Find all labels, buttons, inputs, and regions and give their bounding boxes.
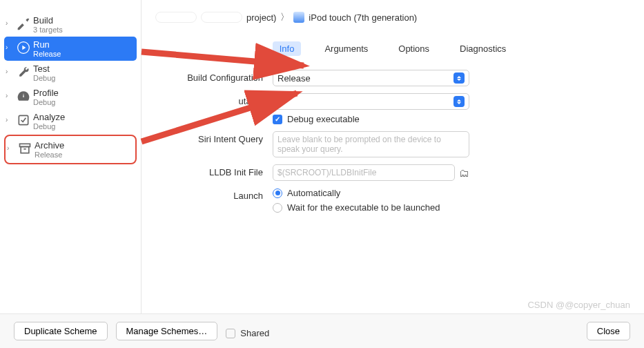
launch-wait-radio[interactable] — [273, 203, 282, 213]
launch-auto-radio[interactable] — [273, 188, 282, 198]
shared-checkbox[interactable] — [226, 329, 235, 338]
hammer-icon — [14, 17, 33, 30]
tab-options[interactable]: Options — [391, 41, 436, 56]
sidebar-item-sub: 3 targets — [33, 26, 63, 34]
archive-icon — [15, 142, 35, 155]
sidebar-item-sub: Debug — [33, 122, 65, 130]
folder-icon[interactable]: 🗂 — [459, 167, 469, 179]
build-config-select[interactable]: Release — [273, 70, 469, 86]
sidebar-item-test[interactable]: › Test Debug — [0, 61, 141, 85]
select-arrows-icon — [453, 72, 465, 84]
chevron-right-icon: › — [7, 144, 14, 152]
redacted-executable — [277, 97, 340, 106]
chevron-right-icon: › — [6, 44, 12, 51]
breadcrumb-device: iPod touch (7th generation) — [309, 12, 417, 23]
tab-bar: Info Arguments Options Diagnostics — [155, 41, 630, 56]
sidebar-item-profile[interactable]: › Profile Debug — [0, 85, 141, 109]
shared-label: Shared — [240, 328, 269, 338]
executable-label: utable — [239, 96, 263, 106]
scheme-sidebar: › Build 3 targets › Run Release › — [0, 0, 142, 313]
sidebar-item-label: Profile — [33, 88, 59, 98]
sidebar-item-sub: Debug — [33, 74, 55, 82]
wrench-icon — [14, 65, 33, 79]
sidebar-item-label: Test — [33, 64, 55, 74]
redacted-project-name — [201, 12, 242, 23]
chevron-right-icon: › — [6, 116, 12, 124]
launch-label: Launch — [169, 188, 273, 201]
play-icon — [14, 41, 33, 55]
tab-arguments[interactable]: Arguments — [318, 41, 375, 56]
sidebar-item-sub: Release — [35, 151, 64, 159]
siri-label: Siri Intent Query — [169, 131, 273, 144]
debug-executable-checkbox[interactable] — [273, 115, 282, 124]
sidebar-item-run[interactable]: › Run Release — [4, 37, 137, 61]
launch-wait-label: Wait for the executable to be launched — [287, 202, 440, 213]
duplicate-scheme-button[interactable]: Duplicate Scheme — [14, 322, 108, 340]
sidebar-item-label: Build — [33, 15, 63, 26]
device-icon — [293, 12, 304, 23]
debug-executable-label: Debug executable — [287, 114, 360, 124]
watermark: CSDN @@copyer_chuan — [527, 300, 630, 310]
footer-bar: Duplicate Scheme Manage Schemes… Shared … — [0, 313, 644, 348]
redacted-project-name — [155, 12, 197, 23]
analyze-icon — [14, 113, 33, 127]
lldb-init-input[interactable]: $(SRCROOT)/LLDBInitFile — [273, 164, 455, 181]
build-config-label: Build Configuration — [169, 70, 273, 83]
build-config-value: Release — [277, 73, 311, 84]
tab-info[interactable]: Info — [273, 41, 302, 56]
sidebar-item-sub: Release — [33, 50, 61, 58]
sidebar-item-sub: Debug — [33, 98, 59, 106]
select-arrows-icon — [453, 96, 465, 107]
sidebar-item-label: Archive — [35, 140, 64, 151]
manage-schemes-button[interactable]: Manage Schemes… — [116, 322, 218, 340]
tab-diagnostics[interactable]: Diagnostics — [453, 41, 513, 56]
sidebar-item-label: Analyze — [33, 112, 65, 122]
close-button[interactable]: Close — [587, 322, 630, 340]
breadcrumb-suffix: project) — [246, 12, 276, 23]
sidebar-item-label: Run — [33, 39, 61, 50]
launch-auto-label: Automatically — [287, 188, 340, 198]
main-content: project) 〉 iPod touch (7th generation) I… — [142, 0, 644, 313]
siri-query-input[interactable]: Leave blank to be prompted on the device… — [273, 131, 469, 157]
gauge-icon — [14, 89, 33, 103]
sidebar-item-build[interactable]: › Build 3 targets — [0, 12, 141, 37]
breadcrumb-chevron: 〉 — [280, 11, 289, 23]
chevron-right-icon: › — [6, 19, 12, 27]
sidebar-item-analyze[interactable]: › Analyze Debug — [0, 109, 141, 133]
lldb-label: LLDB Init File — [169, 164, 273, 177]
breadcrumb[interactable]: project) 〉 iPod touch (7th generation) — [155, 7, 630, 28]
svg-rect-3 — [21, 147, 29, 153]
chevron-right-icon: › — [6, 68, 12, 75]
sidebar-item-archive[interactable]: › Archive Release — [4, 135, 137, 164]
executable-select[interactable] — [273, 93, 469, 110]
chevron-right-icon: › — [6, 92, 12, 99]
